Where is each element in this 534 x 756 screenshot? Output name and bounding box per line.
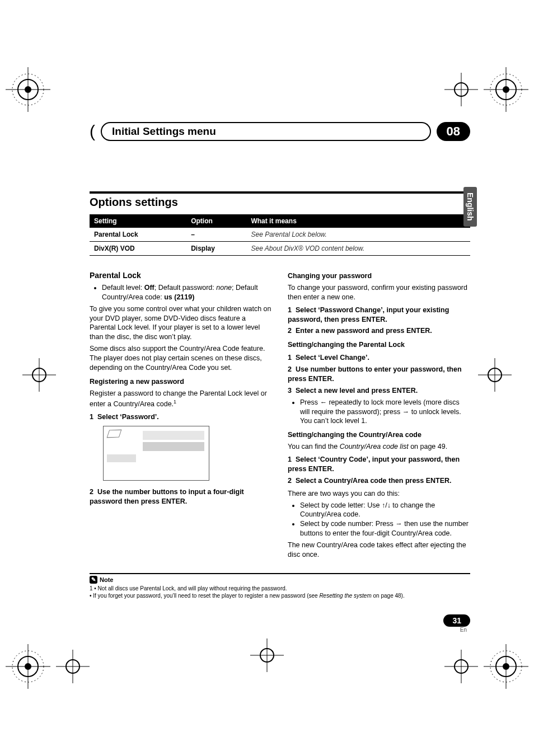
step: 2Select a Country/Area code then press E… bbox=[288, 476, 470, 486]
th-meaning: What it means bbox=[246, 214, 470, 228]
paragraph: Some discs also support the Country/Area… bbox=[90, 344, 272, 373]
body-columns: Parental Lock Default level: Off; Defaul… bbox=[90, 267, 470, 562]
th-setting: Setting bbox=[90, 214, 186, 228]
ui-screenshot-mock bbox=[103, 426, 209, 481]
paragraph: To give you some control over what your … bbox=[90, 304, 272, 342]
reg-mark bbox=[439, 644, 484, 689]
sub-bullet: Select by code letter: Use ↑/↓ to change… bbox=[300, 501, 470, 520]
paragraph: The new Country/Area code takes effect a… bbox=[288, 541, 470, 560]
reg-mark bbox=[17, 353, 62, 397]
heading-register-password: Registering a new password bbox=[90, 377, 272, 387]
note-line: 1 • Not all discs use Parental Lock, and… bbox=[90, 585, 470, 592]
heading-change-password: Changing your password bbox=[288, 271, 470, 281]
cell-setting: Parental Lock bbox=[90, 228, 186, 242]
reg-mark bbox=[6, 644, 50, 689]
page-number: 31 En bbox=[443, 614, 470, 633]
mock-tab bbox=[107, 430, 122, 438]
step: 1Select ‘Password’. bbox=[90, 412, 272, 422]
heading-country-code: Setting/changing the Country/Area code bbox=[288, 430, 470, 440]
step: 1Select ‘Country Code’, input your passw… bbox=[288, 455, 470, 474]
paragraph: Register a password to change the Parent… bbox=[90, 389, 272, 409]
reg-mark bbox=[50, 644, 95, 689]
cell-setting: DivX(R) VOD bbox=[90, 242, 186, 256]
note-rule bbox=[90, 573, 470, 574]
chapter-title-text: Initial Settings menu bbox=[112, 125, 216, 138]
paragraph: To change your password, confirm your ex… bbox=[288, 283, 470, 302]
reg-mark bbox=[6, 67, 50, 112]
arrow-updown-icon: ↑/↓ bbox=[382, 501, 391, 509]
reg-mark bbox=[245, 633, 289, 678]
step: 1Select ‘Password Change’, input your ex… bbox=[288, 306, 470, 325]
reg-mark bbox=[472, 353, 517, 397]
note-icon: ✎ bbox=[90, 576, 97, 584]
note-line: • If you forget your password, you’ll ne… bbox=[90, 592, 470, 599]
paragraph: You can find the Country/Area code list … bbox=[288, 442, 470, 452]
step: 2Use the number buttons to input a four-… bbox=[90, 487, 272, 506]
reg-mark bbox=[484, 67, 528, 112]
sub-bullet: Select by code number: Press → then use … bbox=[300, 519, 470, 538]
reg-mark bbox=[439, 67, 484, 112]
sub-bullet: Press ← repeatedly to lock more levels (… bbox=[300, 398, 470, 426]
cell-meaning: See Parental Lock below. bbox=[246, 228, 470, 242]
step: 1Select ‘Level Change’. bbox=[288, 353, 470, 363]
reg-mark bbox=[484, 644, 528, 689]
note-heading: ✎ Note bbox=[90, 576, 470, 584]
section-title: Options settings bbox=[90, 191, 470, 209]
mock-row bbox=[107, 454, 136, 462]
arrow-left-icon: ← bbox=[320, 398, 327, 406]
cell-meaning: See About DivX® VOD content below. bbox=[246, 242, 470, 256]
left-column: Parental Lock Default level: Off; Defaul… bbox=[90, 267, 272, 562]
step: 2Use number buttons to enter your passwo… bbox=[288, 365, 470, 384]
mock-row bbox=[143, 442, 204, 451]
default-bullet: Default level: Off; Default password: no… bbox=[102, 283, 272, 302]
arrow-right-icon: → bbox=[395, 520, 402, 528]
step: 2Enter a new password and press ENTER. bbox=[288, 326, 470, 336]
settings-table: Setting Option What it means Parental Lo… bbox=[90, 214, 470, 256]
table-row: Parental Lock – See Parental Lock below. bbox=[90, 228, 470, 242]
decor-paren: ( bbox=[90, 122, 95, 141]
heading-parental-lock: Parental Lock bbox=[90, 270, 272, 281]
chapter-header: ( Initial Settings menu 08 bbox=[90, 122, 470, 141]
cell-option: Display bbox=[186, 242, 246, 256]
heading-set-parental-lock: Setting/changing the Parental Lock bbox=[288, 340, 470, 350]
cell-option: – bbox=[186, 228, 246, 242]
mock-row bbox=[143, 431, 204, 440]
paragraph: There are two ways you can do this: bbox=[288, 489, 470, 499]
arrow-right-icon: → bbox=[402, 408, 410, 416]
page-number-value: 31 bbox=[443, 614, 470, 627]
page-body: ( Initial Settings menu 08 English Optio… bbox=[90, 122, 470, 599]
right-column: Changing your password To change your pa… bbox=[288, 267, 470, 562]
th-option: Option bbox=[186, 214, 246, 228]
sheet: ( Initial Settings menu 08 English Optio… bbox=[0, 0, 534, 756]
page-number-lang: En bbox=[443, 627, 470, 633]
step: 3Select a new level and press ENTER. Pre… bbox=[288, 386, 470, 426]
language-tab: English bbox=[463, 187, 477, 227]
chapter-number: 08 bbox=[437, 122, 470, 141]
table-row: DivX(R) VOD Display See About DivX® VOD … bbox=[90, 242, 470, 256]
note-body: 1 • Not all discs use Parental Lock, and… bbox=[90, 585, 470, 599]
note-label: Note bbox=[100, 576, 113, 583]
chapter-title: Initial Settings menu bbox=[101, 122, 431, 141]
